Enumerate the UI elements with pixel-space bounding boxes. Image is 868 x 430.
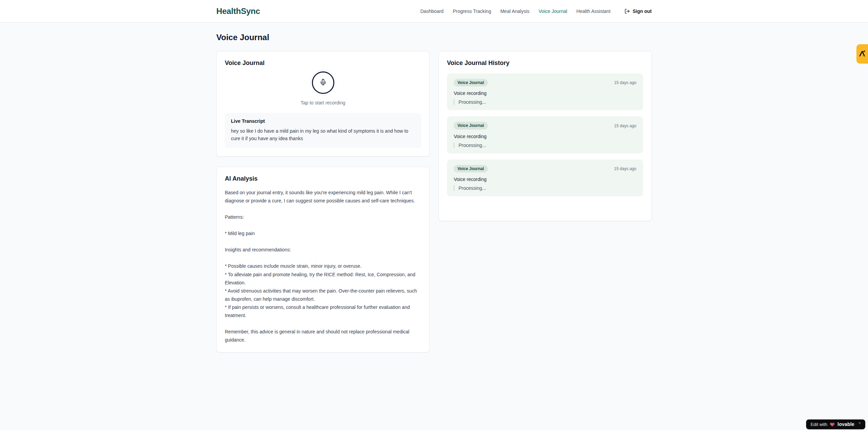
- entry-type-badge: Voice Journal: [454, 165, 488, 172]
- main-nav: Dashboard Progress Tracking Meal Analysi…: [420, 9, 652, 14]
- app-logo: HealthSync: [216, 6, 260, 16]
- entry-label: Voice recording: [454, 134, 636, 139]
- live-transcript-box: Live Transcript hey so like I do have a …: [225, 113, 421, 148]
- record-button[interactable]: [312, 71, 334, 94]
- entry-status: Processing...: [454, 99, 636, 105]
- voice-journal-history-card: Voice Journal History Voice Journal 15 d…: [438, 51, 652, 221]
- record-hint: Tap to start recording: [301, 100, 346, 105]
- page-title: Voice Journal: [216, 33, 652, 42]
- close-icon[interactable]: ×: [858, 421, 861, 425]
- lovable-badge-prefix: Edit with: [811, 422, 827, 427]
- page-content: Voice Journal Voice Journal: [211, 22, 657, 352]
- heart-icon: [830, 422, 835, 427]
- logout-icon: [624, 9, 630, 14]
- history-card-title: Voice Journal History: [447, 60, 643, 67]
- entry-label: Voice recording: [454, 90, 636, 96]
- history-list: Voice Journal 15 days ago Voice recordin…: [447, 73, 643, 196]
- feedback-widget-tab[interactable]: [856, 44, 868, 64]
- entry-timestamp: 15 days ago: [614, 123, 636, 128]
- entry-timestamp: 15 days ago: [614, 80, 636, 85]
- nav-item-progress-tracking[interactable]: Progress Tracking: [453, 9, 491, 14]
- entry-type-badge: Voice Journal: [454, 122, 488, 129]
- ai-analysis-card: AI Analysis Based on your journal entry,…: [216, 167, 430, 352]
- nav-item-meal-analysis[interactable]: Meal Analysis: [500, 9, 530, 14]
- entry-status: Processing...: [454, 185, 636, 191]
- sign-out-button[interactable]: Sign out: [624, 9, 652, 14]
- voice-recorder-card: Voice Journal Tap to start recording: [216, 51, 430, 156]
- history-entry[interactable]: Voice Journal 15 days ago Voice recordin…: [447, 160, 643, 196]
- recorder-card-title: Voice Journal: [225, 60, 421, 67]
- edit-with-lovable-badge[interactable]: Edit with lovable ×: [806, 419, 865, 429]
- live-transcript-text: hey so like I do have a mild pain in my …: [231, 127, 415, 143]
- nav-item-voice-journal[interactable]: Voice Journal: [539, 9, 567, 14]
- entry-label: Voice recording: [454, 177, 636, 182]
- nav-item-health-assistant[interactable]: Health Assistant: [577, 9, 611, 14]
- live-transcript-title: Live Transcript: [231, 118, 415, 124]
- navbar: HealthSync Dashboard Progress Tracking M…: [0, 0, 868, 22]
- entry-type-badge: Voice Journal: [454, 79, 488, 86]
- history-entry[interactable]: Voice Journal 15 days ago Voice recordin…: [447, 73, 643, 110]
- history-entry[interactable]: Voice Journal 15 days ago Voice recordin…: [447, 116, 643, 153]
- ai-analysis-title: AI Analysis: [225, 175, 421, 182]
- microphone-icon: [319, 79, 327, 87]
- ai-analysis-body: Based on your journal entry, it sounds l…: [225, 188, 421, 344]
- lovable-brand-label: lovable: [837, 421, 854, 427]
- entry-timestamp: 15 days ago: [614, 166, 636, 171]
- sign-out-label: Sign out: [633, 9, 652, 14]
- entry-status: Processing...: [454, 143, 636, 148]
- nav-item-dashboard[interactable]: Dashboard: [420, 9, 444, 14]
- feedback-logo-icon: [858, 49, 866, 59]
